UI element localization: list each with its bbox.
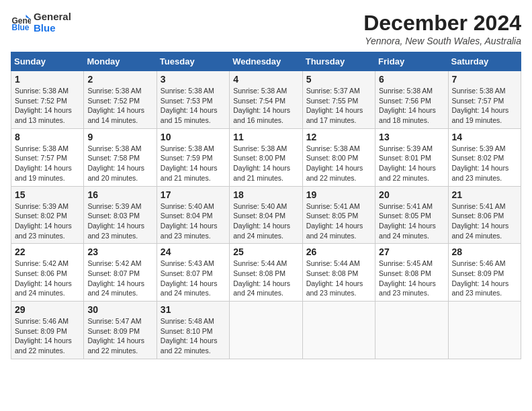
sunrise-label: Sunrise: 5:38 AM xyxy=(452,87,506,95)
day-info: Sunrise: 5:38 AM Sunset: 7:52 PM Dayligh… xyxy=(87,86,152,126)
day-info: Sunrise: 5:40 AM Sunset: 8:04 PM Dayligh… xyxy=(233,201,298,241)
sunset-label: Sunset: 8:05 PM xyxy=(379,212,431,220)
sunrise-label: Sunrise: 5:43 AM xyxy=(161,259,214,267)
daylight-label: Daylight: 14 hoursand 24 minutes. xyxy=(233,279,290,298)
day-cell: 16 Sunrise: 5:39 AM Sunset: 8:03 PM Dayl… xyxy=(84,186,157,244)
day-number: 22 xyxy=(15,246,80,257)
day-info: Sunrise: 5:43 AM Sunset: 8:07 PM Dayligh… xyxy=(161,259,226,298)
day-number: 2 xyxy=(87,74,152,85)
logo-icon: General Blue xyxy=(11,12,31,32)
day-number: 19 xyxy=(306,189,371,200)
sunrise-label: Sunrise: 5:38 AM xyxy=(161,87,214,95)
day-info: Sunrise: 5:44 AM Sunset: 8:08 PM Dayligh… xyxy=(233,259,298,298)
day-number: 31 xyxy=(161,304,226,315)
daylight-label: Daylight: 14 hoursand 17 minutes. xyxy=(306,106,363,124)
daylight-label: Daylight: 14 hoursand 19 minutes. xyxy=(452,106,509,124)
daylight-label: Daylight: 14 hoursand 22 minutes. xyxy=(87,336,144,355)
day-cell: 11 Sunrise: 5:38 AM Sunset: 8:00 PM Dayl… xyxy=(230,128,302,186)
day-cell: 21 Sunrise: 5:41 AM Sunset: 8:06 PM Dayl… xyxy=(448,186,521,244)
day-header-sunday: Sunday xyxy=(11,52,84,71)
daylight-label: Daylight: 14 hoursand 24 minutes. xyxy=(87,279,144,298)
day-number: 13 xyxy=(379,132,444,142)
daylight-label: Daylight: 14 hoursand 24 minutes. xyxy=(233,222,290,240)
day-number: 29 xyxy=(15,304,80,315)
day-header-saturday: Saturday xyxy=(448,52,521,71)
week-row-3: 15 Sunrise: 5:39 AM Sunset: 8:02 PM Dayl… xyxy=(11,186,521,244)
daylight-label: Daylight: 14 hoursand 24 minutes. xyxy=(452,222,509,240)
daylight-label: Daylight: 14 hoursand 23 minutes. xyxy=(15,222,72,240)
day-cell: 22 Sunrise: 5:42 AM Sunset: 8:06 PM Dayl… xyxy=(11,244,84,302)
sunrise-label: Sunrise: 5:38 AM xyxy=(15,144,69,152)
sunrise-label: Sunrise: 5:42 AM xyxy=(15,259,69,267)
day-info: Sunrise: 5:46 AM Sunset: 8:09 PM Dayligh… xyxy=(15,316,80,356)
daylight-label: Daylight: 14 hoursand 22 minutes. xyxy=(15,336,72,355)
sunset-label: Sunset: 7:54 PM xyxy=(233,97,285,105)
day-cell: 24 Sunrise: 5:43 AM Sunset: 8:07 PM Dayl… xyxy=(157,244,229,302)
calendar-table: SundayMondayTuesdayWednesdayThursdayFrid… xyxy=(11,52,521,359)
sunrise-label: Sunrise: 5:39 AM xyxy=(452,144,506,152)
day-cell: 10 Sunrise: 5:38 AM Sunset: 7:59 PM Dayl… xyxy=(157,128,229,186)
header: General Blue General Blue December 2024 … xyxy=(11,11,521,46)
logo: General Blue General Blue xyxy=(11,11,71,34)
sunset-label: Sunset: 8:02 PM xyxy=(15,212,67,220)
day-cell: 5 Sunrise: 5:37 AM Sunset: 7:55 PM Dayli… xyxy=(302,71,375,129)
sunrise-label: Sunrise: 5:40 AM xyxy=(233,202,287,210)
day-info: Sunrise: 5:48 AM Sunset: 8:10 PM Dayligh… xyxy=(161,316,226,356)
week-row-5: 29 Sunrise: 5:46 AM Sunset: 8:09 PM Dayl… xyxy=(11,302,521,359)
sunrise-label: Sunrise: 5:38 AM xyxy=(233,144,287,152)
day-number: 6 xyxy=(379,74,444,85)
day-cell: 14 Sunrise: 5:39 AM Sunset: 8:02 PM Dayl… xyxy=(448,128,521,186)
daylight-label: Daylight: 14 hoursand 18 minutes. xyxy=(379,106,436,124)
title-area: December 2024 Yennora, New South Wales, … xyxy=(363,11,521,46)
sunrise-label: Sunrise: 5:41 AM xyxy=(306,202,360,210)
sunset-label: Sunset: 8:10 PM xyxy=(161,327,213,335)
day-header-monday: Monday xyxy=(84,52,157,71)
day-cell: 12 Sunrise: 5:38 AM Sunset: 8:00 PM Dayl… xyxy=(302,128,375,186)
sunset-label: Sunset: 7:52 PM xyxy=(87,97,140,105)
day-info: Sunrise: 5:41 AM Sunset: 8:05 PM Dayligh… xyxy=(379,201,444,241)
day-header-wednesday: Wednesday xyxy=(230,52,302,71)
sunrise-label: Sunrise: 5:40 AM xyxy=(161,202,214,210)
day-cell: 28 Sunrise: 5:46 AM Sunset: 8:09 PM Dayl… xyxy=(448,244,521,302)
day-info: Sunrise: 5:41 AM Sunset: 8:06 PM Dayligh… xyxy=(452,201,517,241)
day-info: Sunrise: 5:38 AM Sunset: 7:58 PM Dayligh… xyxy=(87,144,152,183)
day-info: Sunrise: 5:42 AM Sunset: 8:07 PM Dayligh… xyxy=(87,259,152,298)
daylight-label: Daylight: 14 hoursand 22 minutes. xyxy=(161,336,218,355)
day-info: Sunrise: 5:47 AM Sunset: 8:09 PM Dayligh… xyxy=(87,316,152,356)
sunset-label: Sunset: 8:04 PM xyxy=(233,212,285,220)
day-cell: 17 Sunrise: 5:40 AM Sunset: 8:04 PM Dayl… xyxy=(157,186,229,244)
sunset-label: Sunset: 8:09 PM xyxy=(452,269,504,277)
daylight-label: Daylight: 14 hoursand 19 minutes. xyxy=(15,164,72,182)
day-cell: 30 Sunrise: 5:47 AM Sunset: 8:09 PM Dayl… xyxy=(84,302,157,359)
day-number: 3 xyxy=(161,74,226,85)
daylight-label: Daylight: 14 hoursand 24 minutes. xyxy=(161,279,218,298)
sunrise-label: Sunrise: 5:45 AM xyxy=(379,259,433,267)
daylight-label: Daylight: 14 hoursand 24 minutes. xyxy=(306,222,363,240)
day-number: 9 xyxy=(87,132,152,142)
day-info: Sunrise: 5:39 AM Sunset: 8:02 PM Dayligh… xyxy=(452,144,517,183)
daylight-label: Daylight: 14 hoursand 23 minutes. xyxy=(452,164,509,182)
day-number: 14 xyxy=(452,132,517,142)
sunrise-label: Sunrise: 5:41 AM xyxy=(452,202,506,210)
sunset-label: Sunset: 7:57 PM xyxy=(15,154,67,162)
sunrise-label: Sunrise: 5:46 AM xyxy=(15,317,69,325)
day-number: 10 xyxy=(161,132,226,142)
day-number: 24 xyxy=(161,246,226,257)
day-info: Sunrise: 5:37 AM Sunset: 7:55 PM Dayligh… xyxy=(306,86,371,126)
sunrise-label: Sunrise: 5:38 AM xyxy=(87,87,141,95)
logo-general: General xyxy=(34,11,71,22)
day-number: 27 xyxy=(379,246,444,257)
logo-blue: Blue xyxy=(34,22,71,34)
day-cell: 20 Sunrise: 5:41 AM Sunset: 8:05 PM Dayl… xyxy=(375,186,448,244)
sunset-label: Sunset: 8:03 PM xyxy=(87,212,140,220)
sunset-label: Sunset: 8:06 PM xyxy=(15,269,67,277)
month-year: December 2024 xyxy=(363,11,521,36)
sunset-label: Sunset: 7:56 PM xyxy=(379,97,431,105)
sunset-label: Sunset: 7:58 PM xyxy=(87,154,140,162)
sunrise-label: Sunrise: 5:47 AM xyxy=(87,317,141,325)
day-number: 17 xyxy=(161,189,226,200)
day-info: Sunrise: 5:38 AM Sunset: 7:53 PM Dayligh… xyxy=(161,86,226,126)
day-cell xyxy=(448,302,521,359)
sunset-label: Sunset: 8:09 PM xyxy=(87,327,140,335)
day-info: Sunrise: 5:38 AM Sunset: 8:00 PM Dayligh… xyxy=(233,144,298,183)
